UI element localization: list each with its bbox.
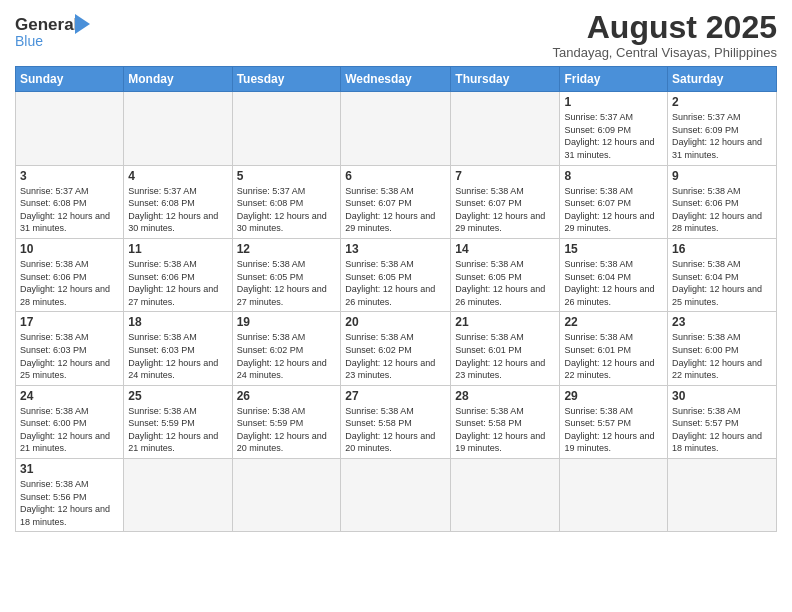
weekday-header-monday: Monday (124, 67, 232, 92)
svg-text:Blue: Blue (15, 33, 43, 49)
calendar-cell (124, 92, 232, 165)
day-number: 2 (672, 95, 772, 109)
calendar-cell (232, 459, 341, 532)
day-info: Sunrise: 5:38 AM Sunset: 6:06 PM Dayligh… (672, 185, 772, 235)
calendar-cell: 15Sunrise: 5:38 AM Sunset: 6:04 PM Dayli… (560, 238, 668, 311)
day-number: 14 (455, 242, 555, 256)
calendar-cell: 27Sunrise: 5:38 AM Sunset: 5:58 PM Dayli… (341, 385, 451, 458)
day-info: Sunrise: 5:38 AM Sunset: 6:05 PM Dayligh… (237, 258, 337, 308)
day-number: 21 (455, 315, 555, 329)
calendar-cell: 2Sunrise: 5:37 AM Sunset: 6:09 PM Daylig… (668, 92, 777, 165)
calendar-cell: 22Sunrise: 5:38 AM Sunset: 6:01 PM Dayli… (560, 312, 668, 385)
calendar-cell: 28Sunrise: 5:38 AM Sunset: 5:58 PM Dayli… (451, 385, 560, 458)
day-info: Sunrise: 5:38 AM Sunset: 5:58 PM Dayligh… (345, 405, 446, 455)
calendar-cell: 18Sunrise: 5:38 AM Sunset: 6:03 PM Dayli… (124, 312, 232, 385)
day-info: Sunrise: 5:38 AM Sunset: 6:05 PM Dayligh… (345, 258, 446, 308)
week-row-5: 31Sunrise: 5:38 AM Sunset: 5:56 PM Dayli… (16, 459, 777, 532)
location: Tandayag, Central Visayas, Philippines (552, 45, 777, 60)
day-info: Sunrise: 5:38 AM Sunset: 6:07 PM Dayligh… (455, 185, 555, 235)
calendar-cell: 6Sunrise: 5:38 AM Sunset: 6:07 PM Daylig… (341, 165, 451, 238)
calendar-cell: 11Sunrise: 5:38 AM Sunset: 6:06 PM Dayli… (124, 238, 232, 311)
calendar-cell: 30Sunrise: 5:38 AM Sunset: 5:57 PM Dayli… (668, 385, 777, 458)
day-number: 20 (345, 315, 446, 329)
day-info: Sunrise: 5:38 AM Sunset: 6:01 PM Dayligh… (455, 331, 555, 381)
calendar-cell: 4Sunrise: 5:37 AM Sunset: 6:08 PM Daylig… (124, 165, 232, 238)
calendar-cell (668, 459, 777, 532)
day-info: Sunrise: 5:38 AM Sunset: 5:56 PM Dayligh… (20, 478, 119, 528)
day-number: 24 (20, 389, 119, 403)
logo: General Blue (15, 10, 110, 50)
day-info: Sunrise: 5:38 AM Sunset: 5:57 PM Dayligh… (564, 405, 663, 455)
day-number: 12 (237, 242, 337, 256)
week-row-4: 24Sunrise: 5:38 AM Sunset: 6:00 PM Dayli… (16, 385, 777, 458)
calendar-cell: 20Sunrise: 5:38 AM Sunset: 6:02 PM Dayli… (341, 312, 451, 385)
day-number: 18 (128, 315, 227, 329)
day-info: Sunrise: 5:38 AM Sunset: 6:07 PM Dayligh… (345, 185, 446, 235)
day-info: Sunrise: 5:38 AM Sunset: 6:02 PM Dayligh… (237, 331, 337, 381)
calendar-cell: 21Sunrise: 5:38 AM Sunset: 6:01 PM Dayli… (451, 312, 560, 385)
day-number: 19 (237, 315, 337, 329)
day-number: 16 (672, 242, 772, 256)
day-info: Sunrise: 5:38 AM Sunset: 6:03 PM Dayligh… (20, 331, 119, 381)
day-info: Sunrise: 5:38 AM Sunset: 6:05 PM Dayligh… (455, 258, 555, 308)
calendar-cell: 10Sunrise: 5:38 AM Sunset: 6:06 PM Dayli… (16, 238, 124, 311)
day-info: Sunrise: 5:38 AM Sunset: 5:59 PM Dayligh… (128, 405, 227, 455)
day-info: Sunrise: 5:38 AM Sunset: 6:04 PM Dayligh… (672, 258, 772, 308)
day-info: Sunrise: 5:37 AM Sunset: 6:09 PM Dayligh… (564, 111, 663, 161)
calendar-cell (451, 92, 560, 165)
calendar-cell: 7Sunrise: 5:38 AM Sunset: 6:07 PM Daylig… (451, 165, 560, 238)
day-number: 9 (672, 169, 772, 183)
title-area: August 2025 Tandayag, Central Visayas, P… (552, 10, 777, 60)
day-info: Sunrise: 5:38 AM Sunset: 5:57 PM Dayligh… (672, 405, 772, 455)
svg-text:General: General (15, 15, 78, 34)
day-info: Sunrise: 5:38 AM Sunset: 6:04 PM Dayligh… (564, 258, 663, 308)
day-info: Sunrise: 5:38 AM Sunset: 5:58 PM Dayligh… (455, 405, 555, 455)
generalblue-logo: General Blue (15, 10, 110, 50)
day-info: Sunrise: 5:38 AM Sunset: 6:02 PM Dayligh… (345, 331, 446, 381)
calendar-cell: 29Sunrise: 5:38 AM Sunset: 5:57 PM Dayli… (560, 385, 668, 458)
calendar-cell: 31Sunrise: 5:38 AM Sunset: 5:56 PM Dayli… (16, 459, 124, 532)
day-number: 25 (128, 389, 227, 403)
week-row-3: 17Sunrise: 5:38 AM Sunset: 6:03 PM Dayli… (16, 312, 777, 385)
day-number: 29 (564, 389, 663, 403)
calendar-cell (341, 92, 451, 165)
day-info: Sunrise: 5:37 AM Sunset: 6:08 PM Dayligh… (20, 185, 119, 235)
calendar-cell: 17Sunrise: 5:38 AM Sunset: 6:03 PM Dayli… (16, 312, 124, 385)
calendar-cell: 25Sunrise: 5:38 AM Sunset: 5:59 PM Dayli… (124, 385, 232, 458)
weekday-header-thursday: Thursday (451, 67, 560, 92)
day-info: Sunrise: 5:37 AM Sunset: 6:09 PM Dayligh… (672, 111, 772, 161)
calendar-cell: 13Sunrise: 5:38 AM Sunset: 6:05 PM Dayli… (341, 238, 451, 311)
day-number: 17 (20, 315, 119, 329)
day-number: 27 (345, 389, 446, 403)
weekday-header-saturday: Saturday (668, 67, 777, 92)
weekday-header-sunday: Sunday (16, 67, 124, 92)
day-number: 10 (20, 242, 119, 256)
day-info: Sunrise: 5:38 AM Sunset: 6:00 PM Dayligh… (672, 331, 772, 381)
page: General Blue August 2025 Tandayag, Centr… (0, 0, 792, 612)
week-row-1: 3Sunrise: 5:37 AM Sunset: 6:08 PM Daylig… (16, 165, 777, 238)
day-number: 6 (345, 169, 446, 183)
calendar-cell (451, 459, 560, 532)
day-number: 26 (237, 389, 337, 403)
calendar-table: SundayMondayTuesdayWednesdayThursdayFrid… (15, 66, 777, 532)
weekday-header-row: SundayMondayTuesdayWednesdayThursdayFrid… (16, 67, 777, 92)
weekday-header-tuesday: Tuesday (232, 67, 341, 92)
calendar-cell: 23Sunrise: 5:38 AM Sunset: 6:00 PM Dayli… (668, 312, 777, 385)
week-row-0: 1Sunrise: 5:37 AM Sunset: 6:09 PM Daylig… (16, 92, 777, 165)
day-number: 15 (564, 242, 663, 256)
day-number: 28 (455, 389, 555, 403)
day-number: 23 (672, 315, 772, 329)
week-row-2: 10Sunrise: 5:38 AM Sunset: 6:06 PM Dayli… (16, 238, 777, 311)
calendar-cell (16, 92, 124, 165)
calendar-cell: 26Sunrise: 5:38 AM Sunset: 5:59 PM Dayli… (232, 385, 341, 458)
calendar-cell (341, 459, 451, 532)
day-number: 3 (20, 169, 119, 183)
day-number: 11 (128, 242, 227, 256)
day-number: 13 (345, 242, 446, 256)
calendar-cell: 12Sunrise: 5:38 AM Sunset: 6:05 PM Dayli… (232, 238, 341, 311)
weekday-header-wednesday: Wednesday (341, 67, 451, 92)
svg-marker-1 (75, 14, 90, 34)
day-number: 31 (20, 462, 119, 476)
day-info: Sunrise: 5:38 AM Sunset: 6:00 PM Dayligh… (20, 405, 119, 455)
calendar-cell (124, 459, 232, 532)
